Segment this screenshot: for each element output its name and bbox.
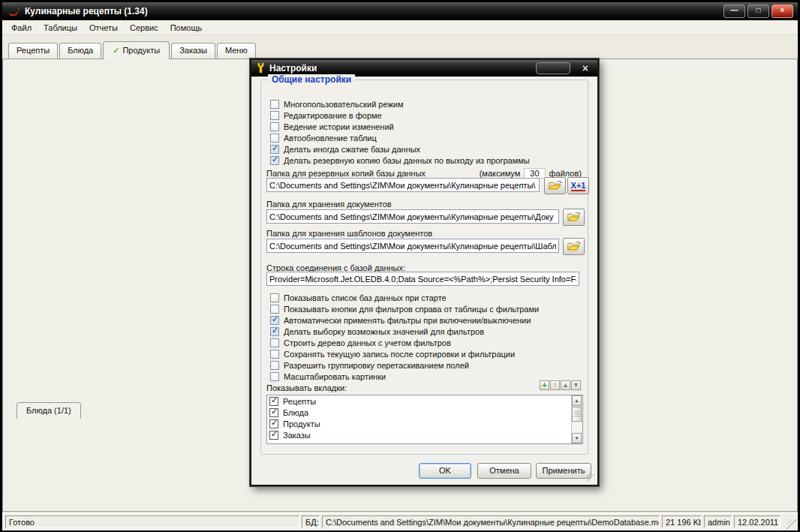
filter-option-checkbox-6[interactable]: Сохранять текущую запись после сортировк… [270, 349, 515, 359]
add-tab-button[interactable]: + [540, 380, 549, 390]
option-checkbox-4[interactable]: Автообновление таблиц [270, 133, 377, 143]
app-chili-icon [7, 4, 20, 19]
tab-label: Рецепты [17, 46, 50, 55]
checkbox-label: Показывать кнопки для фильтров справа от… [284, 305, 539, 314]
checkbox[interactable] [270, 316, 279, 325]
show-tabs-label: Показывать вкладки: [266, 383, 347, 392]
filter-option-checkbox-7[interactable]: Разрешить группировку перетаскиванием по… [270, 360, 469, 371]
dishes-subtab[interactable]: Блюда (1/1) [17, 402, 81, 419]
checkbox[interactable] [270, 372, 279, 381]
option-checkbox-1[interactable]: Многопользовательский режим [270, 99, 404, 110]
menu-bar: ФайлТаблицыОтчетыСервисПомощь [2, 20, 798, 35]
option-checkbox-2[interactable]: Редактирование в форме [270, 110, 382, 121]
resize-grip[interactable] [786, 519, 796, 529]
tab-Блюда[interactable]: Блюда [59, 43, 101, 59]
checkbox-label: Автообновление таблиц [284, 134, 377, 143]
templates-folder-input[interactable] [266, 239, 559, 253]
checkbox[interactable] [270, 350, 279, 359]
tabs-list-item-Рецепты[interactable]: Рецепты [267, 395, 582, 407]
tab-label: Продукты [122, 46, 160, 55]
tabs-list-item-Заказы[interactable]: Заказы [267, 429, 582, 440]
option-checkbox-5[interactable]: Делать иногда сжатие базы данных [270, 144, 420, 155]
window-controls: — □ × [723, 5, 793, 18]
status-user: admin [704, 515, 732, 528]
checkbox-label: Многопользовательский режим [284, 100, 404, 109]
backup-folder-row: Папка для резервных копий базы данных (м… [266, 168, 582, 179]
menu-item-Отчеты[interactable]: Отчеты [83, 22, 124, 34]
option-checkbox-3[interactable]: Ведение истории изменений [270, 122, 394, 132]
checkbox-label: Сохранять текущую запись после сортировк… [284, 350, 515, 359]
listbox-scroll-down[interactable]: ▼ [572, 433, 582, 443]
docs-browse-button[interactable] [563, 209, 585, 226]
backup-max-prefix: (максимум [480, 169, 521, 178]
move-down-button[interactable]: ▼ [571, 380, 581, 390]
delete-tab-button[interactable]: ✕ [550, 380, 560, 390]
menu-item-Таблицы[interactable]: Таблицы [38, 22, 83, 34]
apply-button[interactable]: Применить [536, 463, 591, 479]
filter-option-checkbox-4[interactable]: Делать выборку возможных значений для фи… [270, 326, 484, 337]
backup-browse-button[interactable] [544, 177, 566, 194]
list-item-label: Заказы [283, 431, 311, 440]
checkbox-label: Делать выборку возможных значений для фи… [284, 327, 484, 336]
tab-Продукты[interactable]: ✓Продукты [103, 41, 170, 59]
checkbox[interactable] [270, 111, 279, 120]
checkbox[interactable] [270, 134, 279, 143]
checkbox[interactable] [270, 361, 279, 370]
backup-increment-button[interactable]: X+1 [567, 177, 589, 194]
checkbox[interactable] [270, 145, 279, 154]
list-checkbox[interactable] [269, 408, 278, 417]
filter-option-checkbox-3[interactable]: Автоматически применять фильтры при вклю… [270, 315, 531, 326]
tab-Рецепты[interactable]: Рецепты [8, 43, 58, 59]
list-checkbox[interactable] [269, 419, 278, 428]
checkbox[interactable] [270, 293, 279, 302]
tab-label: Меню [225, 46, 248, 55]
checkbox[interactable] [270, 338, 279, 347]
filter-option-checkbox-5[interactable]: Строить дерево данных с учетом фильтров [270, 338, 451, 348]
option-checkbox-6[interactable]: Делать резервную копию базы данных по вы… [270, 155, 530, 166]
tab-label: Блюда [68, 46, 93, 55]
menu-item-Сервис[interactable]: Сервис [124, 22, 164, 34]
status-ready: Готово [5, 515, 299, 528]
list-checkbox[interactable] [269, 397, 278, 406]
docs-folder-input[interactable] [266, 209, 559, 224]
backup-max-files-value[interactable]: 30 [524, 168, 545, 179]
connection-string-input[interactable] [266, 272, 579, 286]
menu-item-Помощь[interactable]: Помощь [164, 22, 209, 34]
backup-folder-input[interactable] [266, 178, 540, 192]
minimize-button[interactable]: — [723, 5, 745, 18]
tab-Меню[interactable]: Меню [217, 43, 256, 59]
list-item-label: Продукты [283, 419, 320, 428]
filter-option-checkbox-2[interactable]: Показывать кнопки для фильтров справа от… [270, 304, 539, 314]
checkbox[interactable] [270, 122, 279, 131]
tabs-list-item-Блюда[interactable]: Блюда [267, 407, 582, 418]
tabs-list-item-Продукты[interactable]: Продукты [267, 418, 582, 429]
templates-browse-button[interactable] [563, 238, 585, 255]
tab-Заказы[interactable]: Заказы [171, 43, 215, 59]
dialog-button-box [536, 62, 570, 74]
checkbox[interactable] [270, 156, 279, 165]
status-db-path: C:\Documents and Settings\ZIM\Мои докуме… [322, 515, 660, 528]
close-button[interactable]: × [771, 5, 793, 18]
checkbox[interactable] [270, 305, 279, 314]
cancel-button[interactable]: Отмена [477, 463, 531, 479]
checkbox-label: Делать иногда сжатие базы данных [284, 145, 420, 154]
move-up-button[interactable]: ▲ [561, 380, 570, 390]
listbox-scroll-up[interactable]: ▲ [572, 395, 582, 406]
menu-item-Файл[interactable]: Файл [5, 22, 38, 34]
checkbox[interactable] [270, 100, 279, 109]
list-checkbox[interactable] [269, 431, 278, 440]
status-date: 12.02.2011 [734, 515, 780, 528]
status-db-label: БД: [302, 515, 320, 528]
filter-option-checkbox-1[interactable]: Показывать список баз данных при старте [270, 293, 447, 303]
checkbox[interactable] [270, 327, 279, 336]
listbox-scroll-thumb[interactable] [572, 407, 582, 422]
maximize-button[interactable]: □ [747, 5, 769, 18]
filter-option-checkbox-8[interactable]: Масштабировать картинки [270, 371, 386, 382]
dialog-resize-grip[interactable] [586, 473, 595, 482]
ok-button[interactable]: OK [419, 463, 471, 479]
wrench-icon [256, 62, 266, 75]
dialog-close-button[interactable]: × [582, 62, 588, 75]
tab-check-icon: ✓ [113, 46, 119, 55]
list-item-label: Рецепты [283, 397, 316, 406]
checkbox-label: Строить дерево данных с учетом фильтров [284, 338, 451, 347]
